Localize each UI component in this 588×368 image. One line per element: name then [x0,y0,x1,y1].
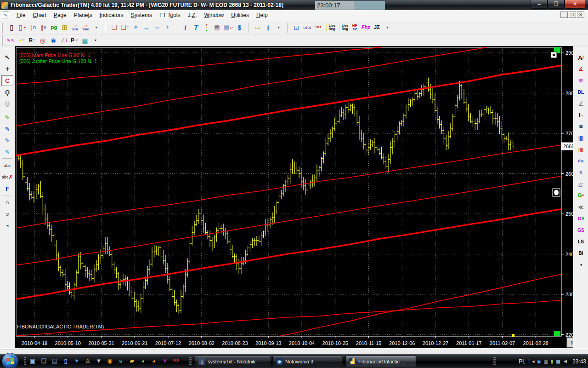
jz-button[interactable]: JZ [372,22,382,33]
recycle-bin-icon[interactable]: ▼ [95,356,103,365]
pointer-tool-button[interactable]: ↖ [1,52,13,63]
angle-tool-button[interactable]: ∠ [575,98,587,109]
pencil-blue-2-button[interactable]: ✎ [1,135,13,146]
battery-icon[interactable]: ▮ [551,359,554,364]
ruler-button[interactable]: ▭ [252,22,263,33]
pen-input-icon[interactable]: ⁞ [528,359,530,364]
show-desktop-icon[interactable]: ▣ [28,356,37,365]
close-button[interactable]: ✕ [565,0,585,9]
parallel-lines-button[interactable]: // [575,167,587,178]
gs-tool-button[interactable]: GS [575,224,587,236]
pencil-cyan-button[interactable]: ✎ [1,146,13,157]
annotation-a-button[interactable]: A/ [575,52,587,63]
ellipse-tool-2-button[interactable]: ○ [1,208,13,219]
fit-all-button[interactable]: ✳ [162,22,173,33]
angle-lines-button[interactable]: ∠/ [58,35,69,46]
language-indicator[interactable]: PL [519,358,526,365]
zoom-disabled-tool-button[interactable]: Ϙ [1,98,13,109]
thunderbird-icon[interactable]: ✦ [73,356,81,365]
mdi-restore-button[interactable]: ❐ [569,12,576,18]
chart-windows-multi-button[interactable]: ⊡⊡ [302,22,313,33]
taskbar-button-fibonacci-galactic[interactable]: ▟Fibonacci/Galactic ... [345,356,416,367]
cursor-values-button[interactable]: ∤ [263,22,273,33]
v-lines-blue-button[interactable]: |||| [575,132,587,144]
start-button[interactable] [2,353,18,368]
print-button[interactable]: ▤ [212,22,222,33]
triangle-tool-button[interactable]: △: [575,178,587,190]
h-levels-button[interactable]: ≡ [575,121,587,132]
color-dots-button[interactable]: ∷∷ [313,22,323,33]
text-tool-button[interactable]: T [191,22,201,33]
text-abc-delete-button[interactable]: abc✗ [1,172,13,183]
ie-icon[interactable]: e [117,356,125,365]
open-symbol-button[interactable]: ▯◄ [17,22,28,33]
new-chart-button[interactable]: ▯ [6,22,17,33]
menu-file[interactable]: File [13,11,29,20]
pencil-blue-button[interactable]: ✎ [1,123,13,134]
planet-waves-button[interactable]: ∿∿ [5,35,16,46]
menu-planets[interactable]: Planets [70,11,96,20]
fhz-button[interactable]: Fhz [360,22,372,33]
volume-icon[interactable]: ◄ [563,359,568,364]
collapse-arrow-button[interactable]: ◂ [1,220,13,231]
text-abc-button[interactable]: abc [1,160,13,171]
v-lines-red-button[interactable]: |||| [575,144,587,155]
graphics-app-icon[interactable]: ✳ [161,356,169,365]
planet-retrograde-button[interactable]: R∵ [27,35,37,46]
dl-tool-button[interactable]: DL [575,86,587,98]
wmp-icon[interactable]: ◉ [106,356,114,365]
mdi-close-button[interactable]: ✕ [577,12,584,18]
ms-app-icon[interactable]: MS [172,356,180,365]
i-channel-button[interactable]: I↘ [575,109,587,121]
compress-scale-button[interactable]: ✳ [130,22,141,33]
currency-button[interactable]: $ [234,22,245,33]
collapse-arrow-button[interactable]: ◂ [575,259,587,270]
bars-volume-button[interactable]: ∥v [38,22,49,33]
taskbar-clock[interactable]: 23:43 [572,358,586,365]
dropdown[interactable]: ▾ [90,35,101,46]
page-tool-button[interactable]: pg [49,22,59,33]
menu-j-z-[interactable]: J.Z. [184,11,200,20]
hp-fz-button[interactable]: HPFZ [350,22,360,33]
bi-tool-button[interactable]: Bi [575,247,587,259]
fan-lines-button[interactable]: ∡ [575,63,587,75]
expand-horizontal-button[interactable]: ⇔ [152,22,162,33]
planet-circle-button[interactable]: ◉ [48,35,58,46]
symbol-switch-button[interactable]: ↓↑SYM [70,22,80,33]
menu-window[interactable]: Window [201,11,228,20]
info-pointer-button[interactable]: i [180,22,191,33]
expand-width-button[interactable]: ↔ [141,22,152,33]
price-chart[interactable]: [005] Mars Price Line G 90 N -1[006] Jup… [15,46,573,348]
chevron-icon[interactable]: ◂ [532,359,535,364]
live-range-blue-button[interactable]: ┆Live Rng [337,22,350,33]
live-range-red-button[interactable]: ┆Live Rng [323,22,336,33]
dropdown[interactable]: ▾ [382,22,393,33]
ellipse-tool-button[interactable]: ○ [1,197,13,208]
g9-tool-button[interactable]: G9 [575,213,587,224]
zoom-page-tool-button[interactable]: Ϙ [1,86,13,98]
network-icon[interactable]: ▦ [556,359,560,364]
menu-utilities[interactable]: Utilities [227,11,253,20]
window-grid-button[interactable]: ⊞ [59,22,70,33]
menu-page[interactable]: Page [50,11,70,20]
display-tray-icon[interactable]: ▥ [543,359,548,364]
ls-tool-button[interactable]: LS [575,236,587,247]
bars-normal-button[interactable]: ∥n [28,22,38,33]
time-switch-button[interactable]: ↓↑TIME [80,22,91,33]
maximize-button[interactable]: ❐ [548,0,565,9]
chart-window-button[interactable]: ⊡ [291,22,302,33]
ray-fan-button[interactable]: ≪ [575,201,587,213]
menu-ft-tools[interactable]: FT Tools [156,11,184,20]
cascade-windows-button[interactable]: ❏ [109,22,119,33]
tf-button[interactable]: TF [567,338,573,347]
menu-chart[interactable]: Chart [29,11,50,20]
c-magnet-tool-button[interactable]: C [1,75,13,86]
taskbar-button-systemy-txt-notatnik[interactable]: ▯systemy.txt - Notatnik [195,356,271,367]
crosshair-tool-button[interactable]: + [1,63,13,75]
notepad-icon[interactable]: ▯ [62,356,70,365]
pencil-green-button[interactable]: ✎ [1,112,13,123]
traffic-light-button[interactable]: ●●● [201,22,212,33]
calendar-button[interactable]: ▦17 [222,22,234,33]
folder-icon[interactable]: ▰ [128,356,136,365]
p-lines-button[interactable]: P≺ [69,35,79,46]
